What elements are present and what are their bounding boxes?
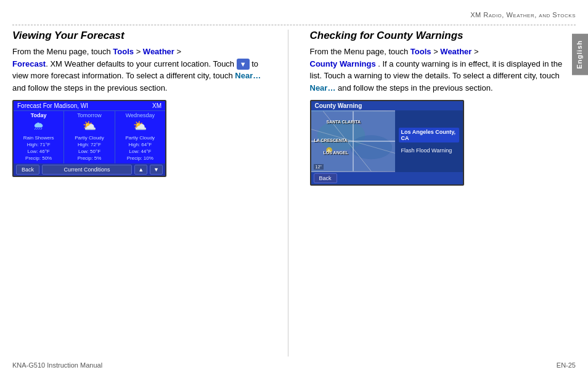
county-info-title: Los Angeles County, CA bbox=[399, 128, 459, 142]
day2-info: Partly CloudyHigh: 72°FLow: 50°FPrecip: … bbox=[65, 134, 113, 162]
left-near-link[interactable]: Near… bbox=[235, 71, 261, 80]
forecast-xm-label: XM bbox=[152, 102, 161, 109]
right-body-text: From the Menu page, touch Tools > Weathe… bbox=[310, 46, 564, 94]
page-footer: KNA-G510 Instruction Manual EN-25 bbox=[12, 361, 576, 369]
day2-icon: ⛅ bbox=[65, 120, 113, 133]
day2-label: Tomorrow bbox=[65, 112, 113, 118]
left-section-title: Viewing Your Forecast bbox=[12, 30, 266, 42]
left-sep1: > bbox=[134, 47, 143, 56]
svg-point-2 bbox=[350, 135, 392, 159]
forecast-header-title: Forecast For Madison, WI bbox=[17, 102, 88, 109]
language-tab: English bbox=[572, 34, 588, 75]
dropdown-btn[interactable]: ▼ bbox=[237, 59, 250, 70]
county-header: County Warning bbox=[311, 101, 463, 110]
map-scale-label: 12" bbox=[314, 164, 324, 170]
right-column: Checking for County Warnings From the Me… bbox=[310, 30, 564, 356]
day1-icon: 🌧 bbox=[15, 120, 62, 133]
forecast-up-button[interactable]: ▲ bbox=[134, 165, 147, 175]
forecast-conditions-button[interactable]: Current Conditions bbox=[42, 165, 132, 175]
day1-label: Today bbox=[15, 112, 62, 118]
left-forecast-link[interactable]: Forecast bbox=[12, 59, 46, 68]
county-map-area: ✈ SANTA CLARITA LA CRESCENTA LOS ANGEL 1… bbox=[311, 110, 463, 172]
map-background: ✈ SANTA CLARITA LA CRESCENTA LOS ANGEL 1… bbox=[311, 110, 395, 172]
forecast-back-button[interactable]: Back bbox=[16, 165, 39, 175]
header-title: XM Radio, Weather, and Stocks bbox=[470, 11, 576, 19]
day3-label: Wednesday bbox=[116, 112, 164, 118]
forecast-day-wednesday: Wednesday ⛅ Partly CloudyHigh: 64°FLow: … bbox=[115, 111, 165, 163]
day3-info: Partly CloudyHigh: 64°FLow: 44°FPrecip: … bbox=[116, 134, 164, 162]
county-back-button[interactable]: Back bbox=[314, 173, 337, 183]
left-sep2: > bbox=[174, 47, 181, 56]
forecast-header: Forecast For Madison, WI XM bbox=[14, 101, 165, 111]
left-tools-link[interactable]: Tools bbox=[113, 47, 134, 56]
right-sep1: > bbox=[431, 47, 441, 56]
right-weather-link[interactable]: Weather bbox=[440, 47, 472, 56]
county-footer: Back bbox=[311, 172, 463, 184]
top-divider bbox=[12, 25, 576, 25]
forecast-day-today: Today 🌧 Rain ShowersHigh: 71°FLow: 46°FP… bbox=[14, 111, 64, 163]
right-county-link[interactable]: County Warnings bbox=[310, 59, 376, 68]
forecast-days-container: Today 🌧 Rain ShowersHigh: 71°FLow: 46°FP… bbox=[14, 111, 165, 163]
page-header: XM Radio, Weather, and Stocks bbox=[470, 11, 576, 19]
left-text3: and follow the steps in the previous sec… bbox=[12, 83, 167, 93]
right-near-link[interactable]: Near… bbox=[310, 83, 336, 93]
forecast-down-button[interactable]: ▼ bbox=[150, 165, 163, 175]
footer-left: KNA-G510 Instruction Manual bbox=[12, 361, 102, 369]
county-screen: County Warning bbox=[310, 100, 464, 186]
forecast-screen: Forecast For Madison, WI XM Today 🌧 Rain… bbox=[12, 100, 166, 176]
right-text2: and follow the steps in the previous sec… bbox=[338, 83, 492, 93]
day3-icon: ⛅ bbox=[116, 120, 164, 133]
left-text1: . XM Weather defaults to your current lo… bbox=[46, 59, 234, 68]
left-text-para: From the Menu page, touch bbox=[12, 47, 111, 56]
county-info-warning: Flash Flood Warning bbox=[399, 146, 459, 155]
county-info-panel: Los Angeles County, CA Flash Flood Warni… bbox=[395, 110, 463, 172]
left-body-text: From the Menu page, touch Tools > Weathe… bbox=[12, 46, 266, 94]
map-label-santa-clarita: SANTA CLARITA bbox=[327, 120, 361, 124]
right-text-para: From the Menu page, touch bbox=[310, 47, 409, 56]
main-content: Viewing Your Forecast From the Menu page… bbox=[12, 30, 563, 356]
forecast-day-tomorrow: Tomorrow ⛅ Partly CloudyHigh: 72°FLow: 5… bbox=[64, 111, 115, 163]
footer-right: EN-25 bbox=[557, 361, 576, 369]
county-map: ✈ SANTA CLARITA LA CRESCENTA LOS ANGEL 1… bbox=[311, 110, 395, 172]
map-label-los-angeles: LOS ANGEL bbox=[324, 150, 349, 155]
map-label-la-crescenta: LA CRESCENTA bbox=[314, 138, 348, 142]
right-section-title: Checking for County Warnings bbox=[310, 30, 564, 42]
left-column: Viewing Your Forecast From the Menu page… bbox=[12, 30, 266, 356]
right-tools-link[interactable]: Tools bbox=[410, 47, 431, 56]
column-divider bbox=[288, 30, 288, 356]
right-sep2: > bbox=[472, 47, 478, 56]
left-weather-link[interactable]: Weather bbox=[143, 47, 174, 56]
forecast-footer: Back Current Conditions ▲ ▼ bbox=[14, 163, 165, 176]
day1-info: Rain ShowersHigh: 71°FLow: 46°FPrecip: 5… bbox=[15, 134, 62, 162]
